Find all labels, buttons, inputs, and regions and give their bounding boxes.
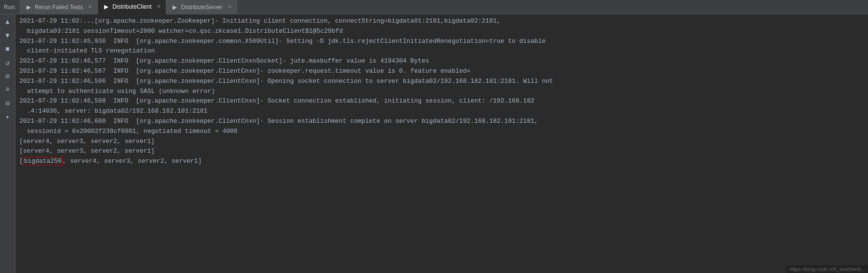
log-line: 2021-07-29 11:02:45,936 INFO [org.apache…: [19, 37, 864, 47]
log-line-server-list-1: [server4, server3, server2, server1]: [19, 137, 864, 147]
rerun-tab-close[interactable]: ✕: [88, 4, 92, 10]
rerun-button[interactable]: ↺: [2, 57, 13, 68]
rerun-tab-label: Rerun Failed Tests: [35, 4, 83, 11]
pin-button[interactable]: ✦: [2, 111, 13, 122]
distribute-client-tab-label: DistributeClient: [112, 3, 151, 10]
down-arrow-button[interactable]: ▼: [2, 30, 13, 41]
tab-distribute-client[interactable]: ▶ DistributeClient ✕: [97, 0, 166, 14]
distribute-client-tab-icon: ▶: [103, 3, 109, 10]
log-line: bigdata03:2181 sessionTimeout=2000 watch…: [19, 26, 864, 37]
log-line: 2021-07-29 11:02:46,587 INFO [org.apache…: [19, 66, 864, 77]
tab-bar: Run: ▶ Rerun Failed Tests ✕ ▶ Distribute…: [0, 0, 868, 14]
print-button[interactable]: ⊟: [2, 97, 13, 109]
highlighted-bigdata250: bigdata250: [23, 157, 63, 165]
distribute-server-tab-close[interactable]: ✕: [227, 4, 232, 10]
sidebar: ▲ ▼ ■ ↺ ⊡ ≡ ⊟ ✦: [0, 14, 15, 273]
main-layout: ▲ ▼ ■ ↺ ⊡ ≡ ⊟ ✦ 2021-07-29 11:02:...[org…: [0, 14, 868, 273]
tab-distribute-server[interactable]: ▶ DistributeServer ✕: [166, 0, 237, 14]
log-line: 2021-07-29 11:02:46,596 INFO [org.apache…: [19, 77, 864, 87]
log-line-server-list-2: [server4, server3, server2, server1]: [19, 146, 864, 156]
bottom-bar: https://blog.csdn.n/it_taochenli...: [787, 265, 868, 273]
log-line: sessionid = 0x20002f238cf0001, negotiate…: [19, 127, 864, 137]
stop-button[interactable]: ■: [2, 43, 13, 55]
log-line: client-initiated TLS renegotiation: [19, 46, 864, 56]
tab-rerun-failed-tests[interactable]: ▶ Rerun Failed Tests ✕: [20, 0, 97, 14]
log-line: attempt to authenticate using SASL (unkn…: [19, 87, 864, 97]
log-line: 2021-07-29 11:02:46,577 INFO [org.apache…: [19, 56, 864, 66]
settings-button[interactable]: ≡: [2, 84, 13, 95]
bottom-hint-text: https://blog.csdn.n/it_taochenli...: [789, 266, 865, 272]
distribute-server-tab-icon: ▶: [172, 4, 178, 11]
rerun-tab-icon: ▶: [25, 4, 32, 11]
log-line-bigdata-list: [bigdata250, server4, server3, server2, …: [19, 156, 864, 167]
log-line: .4:14036, server: bigdata02/192.168.182.…: [19, 106, 864, 117]
log-line: 2021-07-29 11:02:...[org.apache.zookeepe…: [19, 16, 864, 26]
log-line: 2021-07-29 11:02:46,608 INFO [org.apache…: [19, 117, 864, 127]
camera-button[interactable]: ⊡: [2, 70, 13, 82]
log-line: 2021-07-29 11:02:46,598 INFO [org.apache…: [19, 96, 864, 106]
distribute-server-tab-label: DistributeServer: [181, 4, 223, 11]
up-arrow-button[interactable]: ▲: [2, 16, 13, 28]
log-content[interactable]: 2021-07-29 11:02:...[org.apache.zookeepe…: [15, 14, 868, 273]
distribute-client-tab-close[interactable]: ✕: [157, 3, 161, 10]
run-label: Run:: [0, 4, 20, 11]
